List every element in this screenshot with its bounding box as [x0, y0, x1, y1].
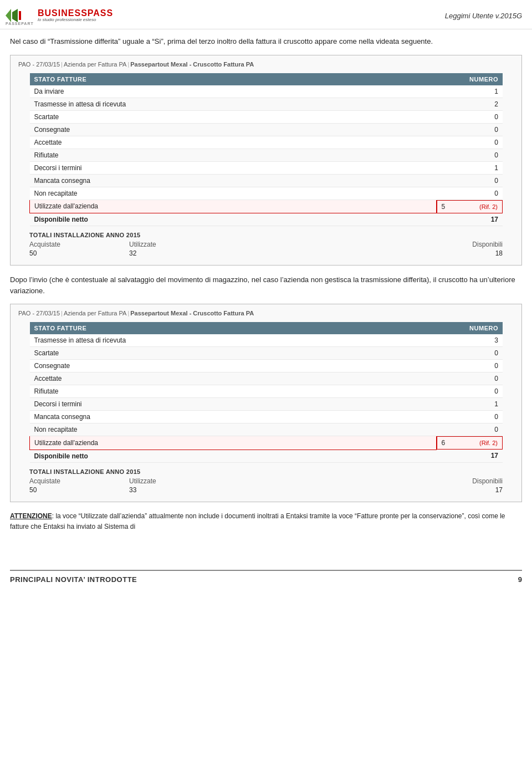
table-row: Scartate0 — [30, 347, 503, 360]
row-value: 1 — [436, 85, 503, 98]
row-value: 0 — [436, 347, 503, 360]
row-value: 0 — [436, 187, 503, 200]
totali-col2-2: Utilizzate — [129, 477, 185, 485]
table-row: Trasmesse in attesa di ricevuta2 — [30, 98, 503, 110]
table-row: Non recapitate0 — [30, 187, 503, 200]
totali-col1-1: Acquistate — [29, 241, 129, 248]
row-value: 0 — [436, 123, 503, 136]
svg-rect-2 — [19, 11, 21, 20]
logo-area: PASSEPARTOUT BUSINESSPASS lo studio prof… — [6, 6, 113, 25]
page-number: 9 — [518, 575, 522, 584]
intro-text: Nel caso di “Trasmissione differita” ugu… — [10, 36, 522, 47]
totali-section-2: TOTALI INSTALLAZIONE ANNO 2015 Acquistat… — [29, 468, 503, 494]
screenshot-1: PAO - 27/03/15 | Azienda per Fattura PA … — [10, 55, 522, 266]
table-row: Consegnate0 — [30, 360, 503, 372]
page-header: PASSEPARTOUT BUSINESSPASS lo studio prof… — [0, 0, 532, 29]
totali-col1-2: Acquistate — [29, 477, 129, 485]
attenzione-label: ATTENZIONE — [10, 512, 52, 520]
totali-val1-1: 50 — [29, 249, 129, 257]
mexal-logo-icon: PASSEPARTOUT — [6, 6, 33, 25]
col1-header-1: STATO FATTURE — [30, 73, 437, 85]
breadcrumb-sep-1b: | — [127, 61, 129, 68]
row-label: Scartate — [30, 347, 437, 360]
table-row: Non recapitate0 — [30, 423, 503, 436]
totali-col3-spacer-1 — [185, 241, 240, 248]
row-label: Trasmesse in attesa di ricevuta — [30, 334, 437, 347]
totali-title-1: TOTALI INSTALLAZIONE ANNO 2015 — [29, 232, 503, 238]
page-footer: PRINCIPALI NOVITA’ INTRODOTTE 9 — [0, 559, 532, 589]
row-value: 0 — [436, 372, 503, 385]
table-row: Mancata consegna0 — [30, 174, 503, 187]
row-label: Scartate — [30, 110, 437, 123]
row-value: 0 — [436, 385, 503, 398]
breadcrumb-item2-2: Passepartout Mexal - Cruscotto Fattura P… — [130, 310, 254, 316]
totali-col3-1: Disponibili — [240, 241, 503, 248]
highlight-row: Utilizzate dall'azienda6(Rif. 2) — [30, 436, 503, 450]
totali-val2-2: 33 — [129, 486, 185, 494]
totali-col3-2: Disponibili — [240, 477, 503, 485]
highlight-row: Utilizzate dall'azienda5(Rif. 2) — [30, 200, 503, 213]
table-row: Da inviare1 — [30, 85, 503, 98]
bold-value: 17 — [436, 450, 503, 462]
totali-values-1: 50 32 18 — [29, 249, 503, 257]
table-row: Accettate0 — [30, 372, 503, 385]
intertext: Dopo l’invio (che è contestuale al salva… — [10, 274, 522, 296]
row-label: Consegnate — [30, 123, 437, 136]
totali-val1-2: 50 — [29, 486, 129, 494]
bp-sub-text: lo studio professionale esteso — [38, 18, 113, 22]
col1-header-2: STATO FATTURE — [30, 322, 437, 334]
breadcrumb-2: PAO - 27/03/15 | Azienda per Fattura PA … — [18, 310, 514, 316]
table-row: Mancata consegna0 — [30, 411, 503, 423]
bold-row: Disponibile netto17 — [30, 450, 503, 462]
row-label: Decorsi i termini — [30, 398, 437, 411]
row-value: 2 — [436, 98, 503, 110]
row-value: 0 — [436, 136, 503, 149]
header-version: Leggimi Utente v.2015G — [445, 12, 522, 20]
breadcrumb-date-1: PAO - 27/03/15 — [18, 61, 60, 68]
bottom-nav: PRINCIPALI NOVITA’ INTRODOTTE 9 — [10, 570, 522, 584]
totali-val2-1: 32 — [129, 249, 185, 257]
page-body: Nel caso di “Trasmissione differita” ugu… — [0, 29, 532, 548]
highlight-value: 6(Rif. 2) — [437, 436, 503, 450]
col2-header-1: NUMERO — [436, 73, 503, 85]
row-label: Non recapitate — [30, 423, 437, 436]
nav-label: PRINCIPALI NOVITA’ INTRODOTTE — [10, 575, 137, 584]
bold-label: Disponibile netto — [30, 450, 437, 462]
table-row: Trasmesse in attesa di ricevuta3 — [30, 334, 503, 347]
breadcrumb-sep-2a: | — [61, 310, 63, 316]
totali-values-2: 50 33 17 — [29, 486, 503, 494]
totali-col3-spacer-2 — [185, 477, 240, 485]
row-label: Mancata consegna — [30, 411, 437, 423]
row-label: Accettate — [30, 136, 437, 149]
svg-marker-1 — [12, 9, 18, 22]
table-row: Accettate0 — [30, 136, 503, 149]
bold-value: 17 — [436, 213, 503, 226]
breadcrumb-1: PAO - 27/03/15 | Azienda per Fattura PA … — [18, 61, 514, 68]
row-label: Decorsi i termini — [30, 161, 437, 174]
fatture-table-2: STATO FATTURE NUMERO Trasmesse in attesa… — [29, 322, 503, 463]
row-label: Trasmesse in attesa di ricevuta — [30, 98, 437, 110]
table-row: Scartate0 — [30, 110, 503, 123]
table-row: Decorsi i termini1 — [30, 161, 503, 174]
totali-val3-1: 18 — [240, 249, 503, 257]
row-value: 1 — [436, 398, 503, 411]
row-label: Rifiutate — [30, 385, 437, 398]
totali-val3-2: 17 — [240, 486, 503, 494]
totali-val3-spacer-1 — [185, 249, 240, 257]
breadcrumb-item1-1: Azienda per Fattura PA — [64, 61, 127, 68]
svg-text:PASSEPARTOUT: PASSEPARTOUT — [6, 22, 33, 25]
totali-section-1: TOTALI INSTALLAZIONE ANNO 2015 Acquistat… — [29, 232, 503, 257]
row-value: 1 — [436, 161, 503, 174]
bold-row: Disponibile netto17 — [30, 213, 503, 226]
table-row: Decorsi i termini1 — [30, 398, 503, 411]
bold-label: Disponibile netto — [30, 213, 437, 226]
row-label: Non recapitate — [30, 187, 437, 200]
row-value: 0 — [436, 411, 503, 423]
col2-header-2: NUMERO — [436, 322, 503, 334]
totali-headers-1: Acquistate Utilizzate Disponibili — [29, 241, 503, 248]
row-label: Mancata consegna — [30, 174, 437, 187]
breadcrumb-sep-2b: | — [127, 310, 129, 316]
row-value: 0 — [436, 174, 503, 187]
highlight-label: Utilizzate dall'azienda — [30, 436, 437, 450]
svg-marker-0 — [6, 9, 11, 22]
